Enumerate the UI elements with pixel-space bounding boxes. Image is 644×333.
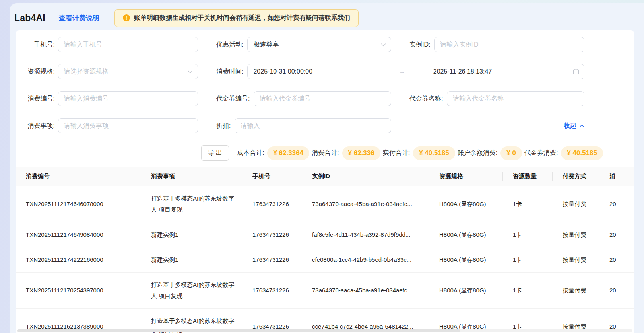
filter-row-4: 消费事项: 折扣: 收起 [16,118,634,133]
table-cell: 73a64370-aaca-45ba-a91e-034aefc... [302,186,429,222]
voucher-no-input[interactable] [260,95,385,102]
table-cell: H800A (显存80G) [429,273,503,309]
horizontal-scrollbar[interactable] [17,329,632,332]
table-cell: TXN20251112170254397000 [16,273,141,309]
scrollbar-thumb[interactable] [17,329,460,332]
summary-item-value: ¥ 40.5185 [561,146,603,160]
top-bar: Lab4AI 查看计费说明 ! 账单明细数据生成相对于关机时间会稍有延迟，如您对… [10,3,644,28]
consume-time-start: 2025-10-31 00:00:00 [253,68,312,75]
spec-select[interactable]: 请选择资源规格 [58,64,198,79]
instance-id-field: 实例ID: [409,37,584,52]
table-cell: TXN20251112174649084000 [16,222,141,247]
summary-item-label: 消费合计: [312,149,339,157]
table-cell: 20 [599,186,634,222]
spec-field: 资源规格: 请选择资源规格 [22,64,198,79]
table-cell: faf8c5fe-4d11-434b-a392-87d9f9dd... [302,222,429,247]
collapse-toggle[interactable]: 收起 [564,122,584,130]
consume-item-field: 消费事项: [22,118,198,133]
table-cell: 17634731226 [242,222,302,247]
calendar-icon [573,68,579,75]
table-cell: TXN20251112174222166000 [16,247,141,273]
voucher-no-label: 代金券编号: [216,95,250,103]
phone-input-wrap [58,37,198,52]
table-cell: 新建实例1 [141,247,242,273]
txn-no-input-wrap [58,91,198,106]
table-cell: 20 [599,247,634,273]
voucher-name-input-wrap [447,91,584,106]
voucher-no-input-wrap [254,91,391,106]
table-cell: H800A (显存80G) [429,247,503,273]
promo-select[interactable]: 极速尊享 [247,37,391,52]
table-cell: 20 [599,222,634,247]
table-row: TXN20251112174649084000新建实例117634731226f… [16,222,634,247]
table-row: TXN20251112174646078000打造基于多模态AI的苏东坡数字人 … [16,186,634,222]
column-header: 付费方式 [553,167,599,186]
discount-field: 折扣: [216,118,391,133]
table-cell: H800A (显存80G) [429,186,503,222]
filter-row-3: 消费编号: 代金券编号: 代金券名称: [16,91,634,106]
table-cell: 1卡 [503,222,553,247]
main-panel: Lab4AI 查看计费说明 ! 账单明细数据生成相对于关机时间会稍有延迟，如您对… [10,3,644,333]
table-cell: 按量付费 [553,273,599,309]
promo-field: 优惠活动: 极速尊享 [216,37,391,52]
content-card: 手机号: 优惠活动: 极速尊享 实例ID: [16,30,634,333]
summary-item-value: ¥ 62.336 [342,146,380,160]
txn-no-input[interactable] [64,95,192,102]
billing-doc-link[interactable]: 查看计费说明 [59,14,99,23]
table-row: TXN20251112174222166000新建实例117634731226c… [16,247,634,273]
voucher-no-field: 代金券编号: [216,91,391,106]
consume-time-end: 2025-11-26 18:13:47 [433,68,492,75]
column-header: 手机号 [242,167,302,186]
phone-input[interactable] [64,41,192,48]
consume-time-label: 消费时间: [216,68,243,76]
column-header: 实例ID [302,167,429,186]
table-cell: 1卡 [503,273,553,309]
spec-select-placeholder: 请选择资源规格 [64,68,109,76]
discount-input-wrap [235,118,391,133]
export-button[interactable]: 导 出 [201,145,229,161]
table-cell: 1卡 [503,247,553,273]
column-header: 消 [599,167,634,186]
consume-time-range[interactable]: 2025-10-31 00:00:00 → 2025-11-26 18:13:4… [247,64,584,79]
consume-item-input-wrap [58,118,198,133]
column-header: 消费事项 [141,167,242,186]
table-cell: 按量付费 [553,186,599,222]
column-header: 资源数量 [503,167,553,186]
voucher-name-label: 代金券名称: [409,95,443,103]
summary-item-label: 账户余额消费: [458,149,497,157]
range-arrow-icon: → [399,68,405,75]
notice-banner: ! 账单明细数据生成相对于关机时间会稍有延迟，如您对计费有疑问请联系我们 [114,9,359,27]
promo-select-value: 极速尊享 [253,41,279,49]
column-header: 资源规格 [429,167,503,186]
instance-id-label: 实例ID: [409,41,430,49]
summary-item-label: 成本合计: [237,149,264,157]
instance-id-input[interactable] [440,41,578,48]
chevron-down-icon [381,42,386,47]
voucher-name-input[interactable] [453,95,578,102]
collapse-label: 收起 [564,122,576,130]
table-cell: 17634731226 [242,273,302,309]
table-cell: 新建实例1 [141,222,242,247]
table-cell: H800A (显存80G) [429,222,503,247]
txn-no-field: 消费编号: [22,91,198,106]
summary-item-value: ¥ 40.5185 [413,146,455,160]
summary-item-value: ¥ 62.3364 [267,146,309,160]
table-cell: cfe0800a-1cc4-42b9-b5ed-0b4a33c... [302,247,429,273]
table-cell: 73a64370-aaca-45ba-a91e-034aefc... [302,273,429,309]
summary-item-value: ¥ 0 [500,146,522,160]
phone-label: 手机号: [22,41,55,49]
warning-circle-icon: ! [123,14,130,21]
summary-item-label: 代金券消费: [524,149,558,157]
table-cell: TXN20251112174646078000 [16,186,141,222]
table-header: 消费编号消费事项手机号实例ID资源规格资源数量付费方式消 [16,167,634,186]
table-cell: 1卡 [503,186,553,222]
consume-item-label: 消费事项: [22,122,55,130]
instance-id-input-wrap [434,37,584,52]
discount-input[interactable] [241,122,385,129]
filter-row-2: 资源规格: 请选择资源规格 消费时间: 2025-10-31 00:00:00 … [16,64,634,79]
consume-item-input[interactable] [64,122,192,129]
summary-item-label: 实付合计: [383,149,410,157]
table-cell: 17634731226 [242,247,302,273]
voucher-name-field: 代金券名称: [409,91,584,106]
txn-no-label: 消费编号: [22,95,55,103]
